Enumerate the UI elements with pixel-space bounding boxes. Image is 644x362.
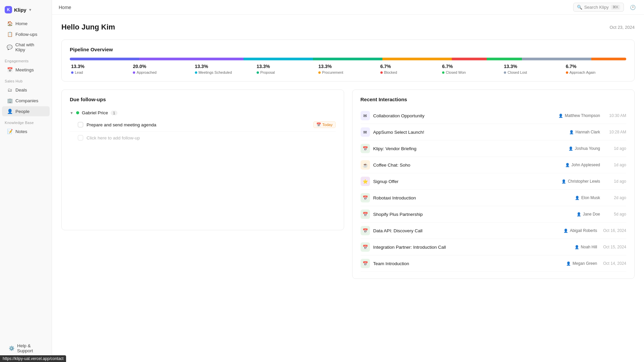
sidebar-item-home[interactable]: 🏠 Home: [2, 18, 50, 28]
help-icon: ⚙️: [9, 346, 14, 351]
interaction-row[interactable]: 📅 Shopify Plus Partnership 👤 Jane Doe 5d…: [361, 206, 627, 223]
pipeline-bar-procurement: [382, 58, 452, 60]
person-icon: 👤: [565, 163, 570, 167]
pipeline-dot: [442, 71, 444, 74]
interaction-person-name: Matthew Thompson: [565, 113, 600, 118]
history-icon[interactable]: 🕐: [628, 3, 637, 12]
pipeline-dot: [380, 71, 383, 74]
interaction-row[interactable]: 📅 Team Introduction 👤 Megan Green Oct 14…: [361, 255, 627, 272]
person-icon: 👤: [575, 245, 579, 249]
pipeline-dot: [195, 71, 197, 74]
interaction-row[interactable]: ☕ Coffee Chat: Soho 👤 John Appleseed 1d …: [361, 157, 627, 173]
person-icon: 👤: [569, 130, 574, 134]
task-checkbox[interactable]: [78, 122, 83, 127]
interaction-name: Data API: Discovery Call: [373, 228, 560, 233]
interaction-name: Signup Offer: [373, 179, 558, 184]
pipeline-stat-blocked: 6.7% Blocked: [379, 64, 441, 74]
person-icon: 👤: [569, 146, 573, 151]
chevron-down-icon: ▾: [29, 8, 31, 12]
interactions-card: Recent Interactions ✉ Collaboration Oppo…: [352, 89, 635, 279]
pipeline-bar-closed-won: [487, 58, 522, 60]
sidebar-item-label: Follow-ups: [15, 32, 37, 37]
pipeline-bar-lead: [70, 58, 139, 60]
interaction-name: Collaboration Opportunity: [373, 113, 555, 118]
interaction-row[interactable]: ⭐ Signup Offer 👤 Christopher Lewis 1d ag…: [361, 173, 627, 190]
interaction-person-name: John Appleseed: [572, 163, 600, 167]
interaction-row[interactable]: 📅 Klipy: Vendor Briefing 👤 Joshua Young …: [361, 140, 627, 157]
interaction-time: Oct 15, 2024: [603, 245, 626, 249]
interaction-person: 👤 John Appleseed: [565, 163, 600, 167]
sidebar-item-notes[interactable]: 📝 Notes: [2, 126, 50, 136]
task-badge-label: Today: [322, 123, 333, 127]
interaction-time: 5d ago: [606, 212, 626, 217]
interaction-name: Team Introduction: [373, 261, 563, 266]
interaction-name: Integration Partner: Introduction Call: [373, 245, 571, 250]
interaction-person: 👤 Abigail Roberts: [564, 228, 597, 233]
interaction-row[interactable]: ✉ AppSumo Select Launch! 👤 Hannah Clark …: [361, 124, 627, 140]
interaction-row[interactable]: ✉ Collaboration Opportunity 👤 Matthew Th…: [361, 108, 627, 124]
pipeline-stat-pct: 13.3%: [257, 64, 316, 69]
home-icon: 🏠: [7, 21, 13, 26]
followup-person-row[interactable]: ▼ Gabriel Price 1: [70, 108, 336, 118]
pipeline-stat-pct: 13.3%: [318, 64, 377, 69]
interaction-type-icon: 📅: [361, 242, 370, 252]
sidebar-item-help[interactable]: ⚙️ Help & Support: [4, 341, 48, 356]
followups-title: Due follow-ups: [70, 97, 336, 102]
pipeline-stat-pct: 13.3%: [195, 64, 254, 69]
page-date: Oct 23, 2024: [610, 25, 635, 30]
followups-card: Due follow-ups ▼ Gabriel Price 1 Prepare…: [61, 89, 344, 230]
sidebar-item-companies[interactable]: 🏢 Companies: [2, 96, 50, 106]
interaction-time: Oct 16, 2024: [603, 228, 626, 233]
pipeline-stat-label: Closed Lost: [504, 70, 563, 74]
interaction-time: 10:30 AM: [606, 113, 626, 118]
person-icon: 👤: [561, 179, 566, 184]
interaction-name: Coffee Chat: Soho: [373, 163, 562, 168]
interaction-type-icon: ✉: [361, 127, 370, 137]
pipeline-stat-pct: 13.3%: [504, 64, 563, 69]
sidebar-footer: ⚙️ Help & Support: [0, 337, 52, 358]
interactions-title: Recent Interactions: [361, 97, 627, 102]
sidebar-item-label: Home: [15, 21, 28, 26]
page-header: Hello Jung Kim Oct 23, 2024: [61, 23, 635, 32]
topbar-title: Home: [59, 5, 71, 10]
followup-task-row: Prepare and send meeting agenda 📅 Today: [70, 118, 336, 132]
pipeline-overview-card: Pipeline Overview 13.3% Lead 20.0% Appro…: [61, 40, 635, 81]
sidebar-item-chat[interactable]: 💬 Chat with Klipy: [2, 40, 50, 55]
sidebar-item-people[interactable]: 👤 People: [2, 106, 50, 116]
knowledge-section-label: Knowledge Base: [0, 117, 52, 126]
interaction-row[interactable]: 📅 Integration Partner: Introduction Call…: [361, 239, 627, 255]
pipeline-dot: [318, 71, 321, 74]
pipeline-stat-pct: 6.7%: [566, 64, 625, 69]
sidebar-item-deals[interactable]: 🗂 Deals: [2, 85, 50, 95]
person-icon: 👤: [575, 196, 580, 200]
sidebar-item-meetings[interactable]: 📅 Meetings: [2, 65, 50, 75]
companies-icon: 🏢: [7, 98, 13, 103]
pipeline-stat-label: Closed Won: [442, 70, 501, 74]
pipeline-stat-label: Meetings Scheduled: [195, 70, 254, 74]
interaction-type-icon: 📅: [361, 259, 370, 268]
interaction-person-name: Christopher Lewis: [568, 179, 600, 184]
interaction-row[interactable]: 📅 Data API: Discovery Call 👤 Abigail Rob…: [361, 223, 627, 239]
pipeline-stat-closed-won: 6.7% Closed Won: [441, 64, 502, 74]
sidebar-item-followups[interactable]: 📋 Follow-ups: [2, 29, 50, 39]
pipeline-stats: 13.3% Lead 20.0% Approached 13.3% Meetin…: [70, 64, 626, 74]
add-followup-checkbox: [78, 135, 83, 140]
search-shortcut: ⌘K: [611, 5, 620, 10]
engagements-section-label: Engagements: [0, 55, 52, 64]
sidebar-item-label: Chat with Klipy: [15, 42, 45, 52]
person-icon: 👤: [577, 212, 581, 217]
interaction-time: 10:28 AM: [606, 130, 626, 134]
app-logo[interactable]: K Klipy ▾: [0, 4, 52, 18]
interaction-person-name: Megan Green: [573, 261, 597, 266]
chat-icon: 💬: [7, 45, 13, 50]
add-followup-row[interactable]: Click here to add follow-up: [70, 132, 336, 140]
chevron-icon: ▼: [70, 111, 73, 115]
calendar-icon: 📅: [316, 122, 321, 127]
pipeline-stat-pct: 6.7%: [380, 64, 439, 69]
search-bar[interactable]: 🔍 Search Klipy ⌘K: [573, 3, 624, 12]
topbar-actions: 🔍 Search Klipy ⌘K 🕐: [573, 3, 637, 12]
interaction-row[interactable]: 📅 Robotaxi Introduction 👤 Elon Musk 2d a…: [361, 190, 627, 206]
pipeline-bar-approach-again: [591, 58, 626, 60]
interaction-time: 1d ago: [606, 146, 626, 151]
topbar: Home 🔍 Search Klipy ⌘K 🕐: [52, 0, 644, 15]
